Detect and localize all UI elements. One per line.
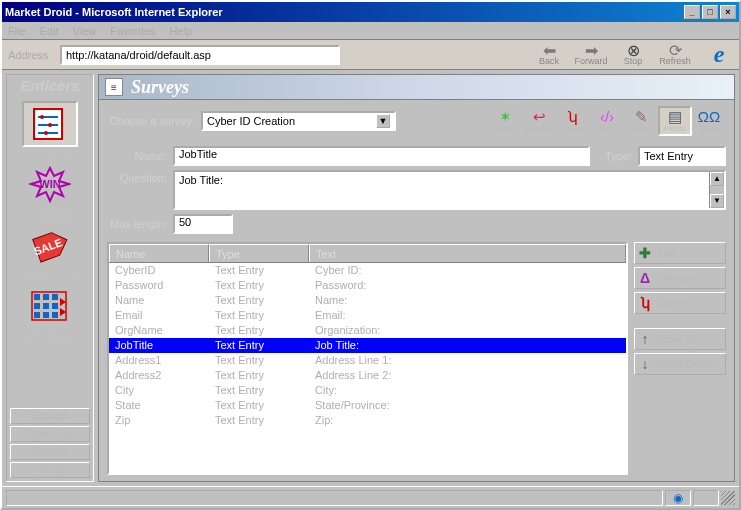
menubar: File Edit View Favorites Help [2,22,739,40]
tool-icon: ↩ [533,109,546,124]
cell-type: Text Entry [209,293,309,308]
cell-name: OrgName [109,323,209,338]
svg-rect-16 [52,303,58,309]
tool-icon: ΩΩ [698,109,720,124]
scrollbar[interactable]: ▲ ▼ [709,172,724,208]
close-button[interactable]: × [720,5,736,19]
sidebar-btn-closedloop[interactable]: Closed Loop [10,426,90,442]
forward-button[interactable]: ➡Forward [577,44,605,66]
svg-rect-14 [34,303,40,309]
resize-grip-icon[interactable] [721,491,735,505]
cell-name: Zip [109,413,209,428]
table-row[interactable]: CyberIDText EntryCyber ID: [109,263,626,278]
status-panel-small [693,490,719,506]
moveup-button[interactable]: ↑Move Up [634,328,726,350]
table-row[interactable]: EmailText EntryEmail: [109,308,626,323]
tool-design[interactable]: ✎Design [624,106,658,136]
delete-button[interactable]: ʮDelete [634,292,726,314]
sidebar-item-promotions[interactable]: SALE Promotions [14,223,86,282]
table-row[interactable]: Address2Text EntryAddress Line 2: [109,368,626,383]
main-header: ≡ Surveys [98,74,735,100]
tool-icon: ✎ [635,109,648,124]
table-row[interactable]: PasswordText EntryPassword: [109,278,626,293]
table-row[interactable]: ZipText EntryZip: [109,413,626,428]
table-row[interactable]: OrgNameText EntryOrganization: [109,323,626,338]
menu-file[interactable]: File [8,25,26,37]
menu-view[interactable]: View [73,25,97,37]
cell-type: Text Entry [209,308,309,323]
delta-icon: Δ [639,270,651,286]
sale-tag-icon: SALE [22,223,78,269]
svg-text:WIN: WIN [39,178,60,190]
cell-type: Text Entry [209,398,309,413]
back-button[interactable]: ⬅Back [535,44,563,66]
form-area: Choose a survey: Cyber ID Creation ▼ ✶Ne… [98,100,735,482]
svg-rect-13 [52,294,58,300]
tool-rules[interactable]: ΩΩRules [692,106,726,136]
cell-type: Text Entry [209,263,309,278]
maximize-button[interactable]: □ [702,5,718,19]
type-select-value: Text Entry [644,150,693,162]
survey-select-value: Cyber ID Creation [207,115,295,127]
menu-edit[interactable]: Edit [40,25,59,37]
sidebar-item-surveys[interactable]: Surveys [14,101,86,160]
table-row[interactable]: JobTitleText EntryJob Title: [109,338,626,353]
scroll-up-icon[interactable]: ▲ [710,172,724,186]
sidebar-item-label: Contests [30,210,69,221]
tool-delete[interactable]: ʮDelete [556,106,590,136]
cell-name: State [109,398,209,413]
sidebar-item-contests[interactable]: WIN Contests [14,162,86,221]
movedown-button[interactable]: ↓Move Down [634,353,726,375]
add-button[interactable]: ✚Add [634,242,726,264]
sidebar-btn-reports[interactable]: Reports [10,444,90,460]
choose-survey-label: Choose a survey: [107,115,195,127]
change-button[interactable]: ΔChange [634,267,726,289]
app-window: Market Droid - Microsoft Internet Explor… [0,0,741,510]
table-row[interactable]: CityText EntryCity: [109,383,626,398]
cell-text: Password: [309,278,626,293]
sidebar-btn-setup[interactable]: Setup [10,462,90,478]
tool-new[interactable]: ✶New [488,106,522,136]
page-title: Surveys [131,77,189,98]
svg-rect-15 [43,303,49,309]
type-select[interactable]: Text Entry [638,146,726,166]
grid-icon [22,284,78,330]
delete-icon: ʮ [639,295,651,311]
sidebar-btn-services[interactable]: Services [10,408,90,424]
refresh-button[interactable]: ⟳Refresh [661,44,689,66]
cell-text: Address Line 2: [309,368,626,383]
table-row[interactable]: Address1Text EntryAddress Line 1: [109,353,626,368]
table-row[interactable]: StateText EntryState/Province: [109,398,626,413]
globe-icon: ◉ [673,491,683,505]
minimize-button[interactable]: _ [684,5,700,19]
sidebar-item-label: Info Ass'ts [27,332,72,343]
tool-rename[interactable]: ↩Rename [522,106,556,136]
cell-text: Address Line 1: [309,353,626,368]
tool-fields[interactable]: ▤Fields [658,106,692,136]
cell-name: JobTitle [109,338,209,353]
table-row[interactable]: NameText EntryName: [109,293,626,308]
scroll-down-icon[interactable]: ▼ [710,194,724,208]
col-name[interactable]: Name [109,244,209,262]
sidebar-item-infoassts[interactable]: Info Ass'ts [14,284,86,343]
question-label: Question: [107,170,167,184]
menu-help[interactable]: Help [170,25,193,37]
stop-button[interactable]: ⊗Stop [619,44,647,66]
col-text[interactable]: Text [309,244,626,262]
col-type[interactable]: Type [209,244,309,262]
address-bar: Address ⬅Back ➡Forward ⊗Stop ⟳Refresh e [2,40,739,70]
address-input[interactable] [60,45,340,65]
name-input[interactable]: JobTitle [173,146,590,166]
maxlen-input[interactable]: 50 [173,214,233,234]
survey-toolbar: ✶New↩RenameʮDelete‹/›HTML…✎Design▤Fields… [488,106,726,136]
cell-name: Password [109,278,209,293]
tool-html[interactable]: ‹/›HTML… [590,106,624,136]
maxlen-label: Max length: [107,218,167,230]
statusbar: ◉ [2,486,739,508]
question-textarea[interactable]: Job Title: ▲ ▼ [173,170,726,210]
menu-favorites[interactable]: Favorites [110,25,155,37]
cell-text: Email: [309,308,626,323]
tool-icon: ✶ [499,109,512,124]
survey-select[interactable]: Cyber ID Creation ▼ [201,111,396,131]
cell-type: Text Entry [209,278,309,293]
